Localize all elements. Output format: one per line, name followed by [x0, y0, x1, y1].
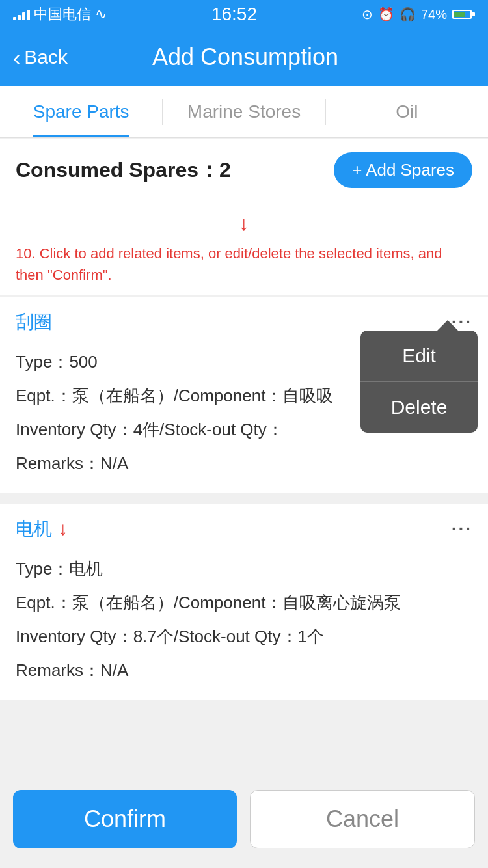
header: ‹ Back Add Consumption	[0, 29, 488, 86]
tab-spare-parts[interactable]: Spare Parts	[0, 86, 162, 137]
spare-item-1: 刮圈 ··· Edit Delete Type：500 Eqpt.：泵（在船名）…	[0, 297, 488, 493]
delete-menu-item[interactable]: Delete	[360, 382, 478, 433]
back-chevron-icon: ‹	[13, 45, 20, 70]
edit-menu-item[interactable]: Edit	[360, 331, 478, 382]
headphone-icon: 🎧	[400, 7, 416, 22]
status-time: 16:52	[211, 4, 257, 25]
bottom-action-bar: Confirm Cancel	[0, 777, 488, 868]
tabs-bar: Spare Parts Marine Stores Oil	[0, 86, 488, 138]
item2-remarks: Remarks：N/A	[16, 653, 472, 687]
signal-icon	[13, 8, 30, 20]
battery-icon	[452, 10, 475, 19]
instruction-text: ↓ 10. Click to add related items, or edi…	[0, 201, 488, 295]
alarm-icon: ⏰	[378, 7, 394, 22]
status-bar: 中国电信 ∿ 16:52 ⊙ ⏰ 🎧 74%	[0, 0, 488, 29]
item2-details: Type：电机 Eqpt.：泵（在船名）/Component：自吸离心旋涡泵 I…	[16, 552, 472, 687]
item2-type: Type：电机	[16, 552, 472, 586]
item1-remarks: Remarks：N/A	[16, 446, 472, 480]
status-left: 中国电信 ∿	[13, 5, 107, 24]
item2-header: 电机 ↓ ···	[16, 517, 472, 541]
back-button[interactable]: ‹ Back	[13, 45, 68, 70]
carrier-name: 中国电信	[34, 5, 91, 24]
item2-eqpt: Eqpt.：泵（在船名）/Component：自吸离心旋涡泵	[16, 586, 472, 619]
battery-percent: 74%	[421, 7, 447, 22]
spare-item-2: 电机 ↓ ··· Type：电机 Eqpt.：泵（在船名）/Component：…	[0, 504, 488, 700]
item2-more-button[interactable]: ···	[452, 519, 472, 539]
back-label: Back	[24, 46, 68, 68]
status-right: ⊙ ⏰ 🎧 74%	[362, 7, 475, 22]
item2-inventory: Inventory Qty：8.7个/Stock-out Qty：1个	[16, 619, 472, 653]
item2-name: 电机 ↓	[16, 517, 68, 541]
cancel-button[interactable]: Cancel	[250, 790, 475, 848]
consumed-spares-header: Consumed Spares：2 + Add Spares	[0, 139, 488, 201]
confirm-button[interactable]: Confirm	[13, 790, 237, 848]
item1-name: 刮圈	[16, 310, 52, 334]
content-area: Consumed Spares：2 + Add Spares ↓ 10. Cli…	[0, 139, 488, 868]
tab-marine-stores[interactable]: Marine Stores	[163, 86, 325, 137]
annotation-arrow: ↓	[239, 211, 249, 235]
context-menu: Edit Delete	[360, 331, 478, 433]
wifi-icon: ∿	[95, 6, 107, 23]
page-title: Add Consumption	[68, 44, 423, 71]
tab-oil[interactable]: Oil	[326, 86, 488, 137]
down-arrow-icon: ↓	[59, 519, 68, 539]
add-spares-button[interactable]: + Add Spares	[334, 152, 472, 188]
consumed-spares-label: Consumed Spares：2	[16, 156, 231, 185]
location-icon: ⊙	[362, 7, 373, 22]
